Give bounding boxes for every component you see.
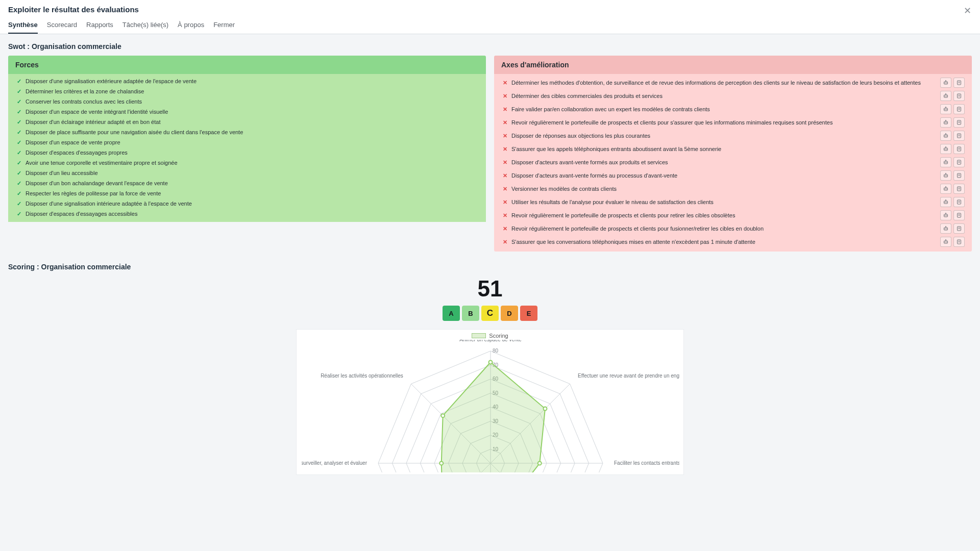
tab-2[interactable]: Rapports [86,17,113,34]
svg-point-17 [946,122,947,123]
axes-item-text: Déterminer des cibles commerciales des p… [511,93,936,99]
tab-1[interactable]: Scorecard [47,17,77,34]
svg-point-51 [945,215,945,216]
scoring-section: Scoring : Organisation commerciale 51 AB… [8,263,972,475]
swot-forces-list: ✓Disposer d'une signalisation extérieure… [8,74,486,222]
svg-point-7 [946,96,947,96]
axes-action-robot[interactable] [940,157,951,167]
axes-action-task[interactable] [953,170,965,181]
check-icon: ✓ [15,98,22,105]
forces-item-text: Disposer d'un bon achalandage devant l'e… [26,180,479,186]
svg-point-13 [946,107,946,108]
svg-point-33 [946,160,946,161]
axes-item-text: Disposer de réponses aux objections les … [511,133,936,139]
axes-item-text: Revoir régulièrement le portefeuille de … [511,119,936,126]
svg-text:Effectuer une revue avant de p: Effectuer une revue avant de prendre un … [578,373,679,379]
svg-text:80: 80 [493,348,499,354]
tab-4[interactable]: À propos [178,17,204,34]
tabs: SynthèseScorecardRapportsTâche(s) liée(s… [8,17,972,34]
axes-item: ✕Disposer de réponses aux objections les… [494,129,972,142]
cross-icon: ✕ [501,146,508,153]
axes-item: ✕Revoir régulièrement le portefeuille de… [494,116,972,129]
forces-item-text: Disposer d'une signalisation intérieure … [26,201,479,207]
check-icon: ✓ [15,129,22,136]
score-letter-c: C [481,306,499,321]
check-icon: ✓ [15,170,22,177]
axes-action-task[interactable] [953,210,965,220]
axes-item: ✕Déterminer des cibles commerciales des … [494,89,972,103]
svg-point-8 [946,94,946,94]
axes-action-task[interactable] [953,104,965,114]
axes-item: ✕Disposer d'acteurs avant-vente formés a… [494,156,972,169]
axes-item: ✕Versionner les modèles de contrats clie… [494,182,972,195]
axes-action-robot[interactable] [940,223,951,234]
forces-item: ✓Disposer d'un éclairage intérieur adapt… [8,117,486,127]
axes-action-task[interactable] [953,157,965,167]
tab-3[interactable]: Tâche(s) liée(s) [122,17,168,34]
svg-point-46 [945,202,945,203]
axes-item: ✕Faire valider par/en collaboration avec… [494,103,972,116]
axes-action-robot[interactable] [940,237,951,247]
axes-action-robot[interactable] [940,104,951,114]
axes-item: ✕Disposer d'acteurs avant-vente formés a… [494,169,972,182]
axes-item-text: Déterminer les méthodes d'obtention, de … [511,80,936,86]
svg-point-88 [441,414,445,417]
svg-point-18 [946,120,946,121]
axes-action-task[interactable] [953,223,965,234]
axes-action-task[interactable] [953,78,965,88]
axes-action-task[interactable] [953,91,965,101]
svg-point-28 [946,147,946,147]
axes-action-task[interactable] [953,237,965,247]
axes-action-robot[interactable] [940,117,951,128]
svg-text:Réaliser les activités opérati: Réaliser les activités opérationnelles [321,373,403,379]
check-icon: ✓ [15,190,22,197]
forces-item: ✓Disposer d'un bon achalandage devant l'… [8,178,486,188]
cross-icon: ✕ [501,93,508,99]
axes-action-robot[interactable] [940,78,951,88]
axes-action-robot[interactable] [940,184,951,194]
svg-point-23 [946,134,946,134]
axes-action-robot[interactable] [940,91,951,101]
cross-icon: ✕ [501,186,508,192]
svg-point-31 [945,162,945,163]
axes-action-task[interactable] [953,117,965,128]
svg-point-21 [945,136,945,136]
forces-item: ✓Disposer d'un lieu accessible [8,168,486,178]
tab-5[interactable]: Fermer [213,17,235,34]
forces-item: ✓Conserver les contrats conclus avec les… [8,96,486,107]
axes-item: ✕S'assurer que les conversations télépho… [494,235,972,248]
cross-icon: ✕ [501,172,508,179]
axes-action-robot[interactable] [940,131,951,141]
check-icon: ✓ [15,78,22,85]
axes-action-task[interactable] [953,197,965,207]
axes-action-task[interactable] [953,131,965,141]
axes-action-task[interactable] [953,144,965,154]
forces-item: ✓Disposer d'un espace de vente propre [8,137,486,147]
tab-0[interactable]: Synthèse [8,17,38,34]
axes-item: ✕S'assurer que les appels téléphoniques … [494,142,972,156]
close-button[interactable]: ✕ [962,5,973,16]
svg-point-82 [543,407,547,411]
axes-action-robot[interactable] [940,210,951,220]
axes-item: ✕Revoir régulièrement le portefeuille de… [494,222,972,235]
axes-action-robot[interactable] [940,170,951,181]
svg-point-87 [439,462,443,465]
svg-point-12 [946,109,947,110]
svg-point-6 [945,96,945,96]
svg-point-47 [946,202,947,203]
axes-action-robot[interactable] [940,144,951,154]
axes-item-text: Disposer d'acteurs avant-vente formés au… [511,159,936,165]
radar-legend: Scoring [302,333,678,339]
svg-text:Animer un espace de vente: Animer un espace de vente [459,340,522,342]
cross-icon: ✕ [501,80,508,86]
axes-action-task[interactable] [953,184,965,194]
svg-point-16 [945,122,945,123]
check-icon: ✓ [15,88,22,95]
forces-item-text: Disposer de place suffisante pour une na… [26,129,479,135]
axes-action-robot[interactable] [940,197,951,207]
check-icon: ✓ [15,160,22,166]
radar-chart: 1020304050607080Animer un espace de vent… [302,340,679,472]
axes-item-text: S'assurer que les conversations téléphon… [511,239,936,245]
forces-item-text: Disposer d'un éclairage intérieur adapté… [26,119,479,125]
check-icon: ✓ [15,139,22,146]
